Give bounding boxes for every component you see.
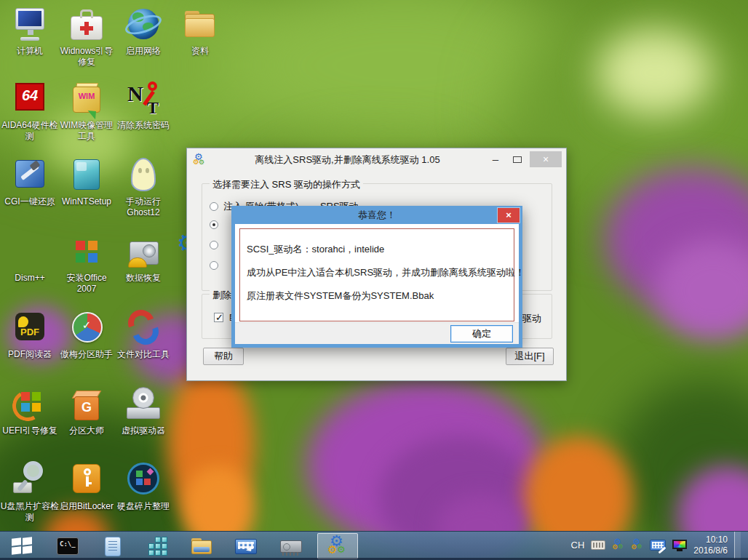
computer-icon xyxy=(11,6,49,44)
icon-label: 文件对比工具 xyxy=(114,349,173,360)
modal-close-button[interactable]: × xyxy=(498,208,520,223)
checkbox-label-right: 驱动 xyxy=(522,312,541,325)
memory-chip-icon xyxy=(280,540,302,553)
ok-button[interactable]: 确定 xyxy=(450,325,513,343)
message-line: SCSI_驱动名：storahci，intelide xyxy=(247,243,384,256)
desktop-icon-file-compare[interactable]: 文件对比工具 xyxy=(114,309,173,360)
icon-label: WinNTSetup xyxy=(57,196,116,207)
radio-option-4[interactable] xyxy=(210,261,223,270)
desktop-icon-ghost12[interactable]: 手动运行Ghost12 xyxy=(114,156,173,218)
desktop-icon-cgi-restore[interactable]: CGI一键还原 xyxy=(0,156,60,207)
title-bar[interactable]: 离线注入SRS驱动,并删除离线系统驱动 1.05 – × xyxy=(187,148,566,170)
desktop-icon-aomei-partition[interactable]: 傲梅分区助手 xyxy=(57,309,116,360)
aida64-icon: 64 xyxy=(11,80,49,118)
desktop-icon-uefi-repair[interactable]: UEFI引导修复 xyxy=(0,385,60,436)
taskbar-item-memory-chip[interactable] xyxy=(279,535,303,558)
windows-logo-icon xyxy=(12,537,33,555)
onscreen-keyboard-icon xyxy=(235,539,257,554)
icon-label: AIDA64硬件检测 xyxy=(0,120,60,142)
taskbar: CH 10:10 2016/8/6 xyxy=(0,531,748,560)
radio-option-2[interactable] xyxy=(210,220,223,229)
folder-explorer-icon xyxy=(191,537,212,555)
drive-helmet-icon xyxy=(124,233,162,271)
modal-body: SCSI_驱动名：storahci，intelide 成功从PE中注入适合本机S… xyxy=(235,224,519,344)
radio-icon xyxy=(210,241,218,249)
start-button[interactable] xyxy=(10,535,35,558)
icon-label: 数据恢复 xyxy=(114,273,173,284)
icon-label: U盘黑片扩容检测 xyxy=(0,501,60,523)
desktop-icon-data-recovery[interactable]: 数据恢复 xyxy=(114,233,173,284)
icon-label: PDF阅读器 xyxy=(0,349,60,360)
input-method-indicator[interactable]: CH xyxy=(571,540,585,551)
modal-footer: 确定 xyxy=(235,322,519,344)
taskbar-item-srs-tool-active[interactable] xyxy=(325,535,350,558)
desktop-icon-virtual-drive[interactable]: 虚拟驱动器 xyxy=(114,385,173,436)
congrats-dialog: 恭喜您！ × SCSI_驱动名：storahci，intelide 成功从PE中… xyxy=(231,206,522,348)
icon-label: 清除系统密码 xyxy=(114,120,173,131)
desktop-icon-bitlocker[interactable]: 启用BitLocker xyxy=(57,461,116,512)
icon-label: WIM映像管理工具 xyxy=(57,120,116,142)
taskbar-item-onscreen-keyboard[interactable] xyxy=(234,535,258,558)
defrag-icon xyxy=(124,461,162,499)
modal-title-bar[interactable]: 恭喜您！ × xyxy=(235,206,519,224)
minimize-button[interactable]: – xyxy=(486,150,505,169)
icon-label: 硬盘碎片整理 xyxy=(114,501,173,512)
window-title: 离线注入SRS驱动,并删除离线系统驱动 1.05 xyxy=(216,153,479,167)
gears-app-icon xyxy=(193,153,206,167)
desktop-icon-pdf-reader[interactable]: PDF PDF阅读器 xyxy=(0,309,60,360)
toolbox-repair-icon xyxy=(68,6,106,44)
gears-app-icon xyxy=(327,535,349,557)
winntsetup-box-icon xyxy=(68,156,106,194)
icon-label: CGI一键还原 xyxy=(0,196,60,207)
checkbox-check-icon xyxy=(214,313,223,322)
desktop-icon-data-folder[interactable]: 资料 xyxy=(170,6,230,57)
desktop-icon-defrag[interactable]: 硬盘碎片整理 xyxy=(114,461,173,512)
maximize-button[interactable] xyxy=(508,150,527,169)
desktop-icon-clear-password[interactable]: NT 清除系统密码 xyxy=(114,80,173,131)
desktop-icon-partition-master[interactable]: G 分区大师 xyxy=(57,385,116,436)
icon-label: 安装Office 2007 xyxy=(57,273,116,295)
compare-arrows-icon xyxy=(124,309,162,347)
gears-tray-icon[interactable] xyxy=(612,539,624,551)
system-tray: CH 10:10 2016/8/6 xyxy=(571,532,741,559)
desktop-icon-enable-network[interactable]: 启用网络 xyxy=(114,6,173,57)
icon-label: UEFI引导修复 xyxy=(0,425,60,436)
radio-option-3[interactable] xyxy=(210,241,223,249)
taskbar-item-registry-editor[interactable] xyxy=(146,535,170,558)
message-line: 原注册表文件SYSTEM备份为SYSTEM.Bbak xyxy=(247,289,434,303)
gears-icon xyxy=(11,233,49,271)
desktop-icon-office-2007[interactable]: 安装Office 2007 xyxy=(57,233,116,295)
icon-label: 资料 xyxy=(170,46,230,57)
desktop-icon-winntsetup[interactable]: WinNTSetup xyxy=(57,156,116,207)
ghost-icon xyxy=(124,156,162,194)
desktop-icon-aida64[interactable]: 64 AIDA64硬件检测 xyxy=(0,80,60,142)
cgi-restore-icon xyxy=(11,156,49,194)
wim-box-icon: WIM xyxy=(68,80,106,118)
tablet-pen-tray-icon[interactable] xyxy=(650,540,666,551)
close-button[interactable]: × xyxy=(530,151,562,167)
folder-icon xyxy=(181,6,219,44)
icon-label: 手动运行Ghost12 xyxy=(114,196,173,218)
desktop-icon-dism[interactable]: Dism++ xyxy=(0,233,60,284)
orange-cube-g-icon: G xyxy=(68,385,106,423)
icon-label: 启用网络 xyxy=(114,46,173,57)
partition-pie-icon xyxy=(68,309,106,347)
help-button[interactable]: 帮助 xyxy=(203,348,244,365)
desktop-icon-usb-check[interactable]: U盘黑片扩容检测 xyxy=(0,461,60,523)
taskbar-item-file-explorer[interactable] xyxy=(189,535,214,558)
icon-label: 虚拟驱动器 xyxy=(114,425,173,436)
exit-button[interactable]: 退出[F] xyxy=(506,348,554,365)
desktop-icon-computer[interactable]: 计算机 xyxy=(0,6,60,57)
display-color-tray-icon[interactable] xyxy=(672,540,687,551)
command-prompt-icon xyxy=(57,537,79,555)
desktop-icon-wim-manager[interactable]: WIM WIM映像管理工具 xyxy=(57,80,116,142)
gears-tray-icon[interactable] xyxy=(631,539,643,551)
registry-cubes-icon xyxy=(148,537,167,556)
keyboard-tray-icon[interactable] xyxy=(591,540,605,550)
radio-icon xyxy=(210,220,218,229)
taskbar-item-command-prompt[interactable] xyxy=(55,535,80,558)
taskbar-item-notepad[interactable] xyxy=(100,535,125,558)
magnifier-drive-icon xyxy=(11,461,49,499)
desktop-icon-windows-boot-repair[interactable]: Widnows引导修复 xyxy=(57,6,116,68)
document-icon xyxy=(105,537,121,556)
